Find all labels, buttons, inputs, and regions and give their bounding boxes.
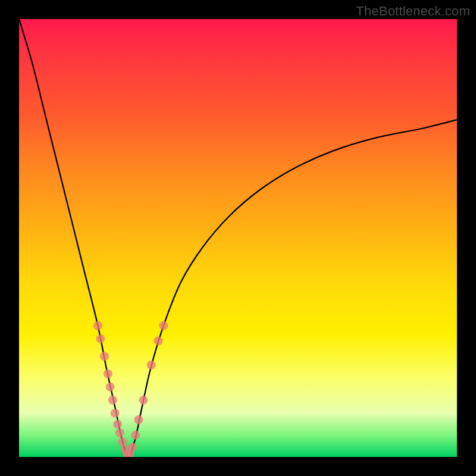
sample-dot — [147, 361, 156, 369]
chart-frame: TheBottleneck.com — [0, 0, 476, 476]
sample-dot — [134, 415, 143, 424]
sample-dot — [100, 352, 109, 361]
sample-dot — [159, 321, 168, 330]
sample-dot — [113, 419, 122, 428]
sample-dot — [104, 369, 112, 378]
sample-dot — [111, 409, 120, 418]
sample-dots-right — [126, 321, 168, 457]
sample-dot — [93, 321, 102, 330]
sample-dot — [108, 396, 117, 405]
plot-area — [19, 19, 457, 457]
sample-dot — [96, 334, 105, 343]
bottleneck-curve — [19, 19, 457, 457]
sample-dot — [128, 443, 137, 452]
sample-dot — [131, 431, 140, 440]
sample-dot — [106, 383, 115, 392]
sample-dot — [154, 336, 163, 345]
sample-dots-left — [93, 321, 131, 457]
watermark-text: TheBottleneck.com — [356, 4, 470, 19]
sample-dot — [139, 396, 148, 405]
chart-svg — [19, 19, 457, 457]
sample-dot — [115, 428, 124, 437]
